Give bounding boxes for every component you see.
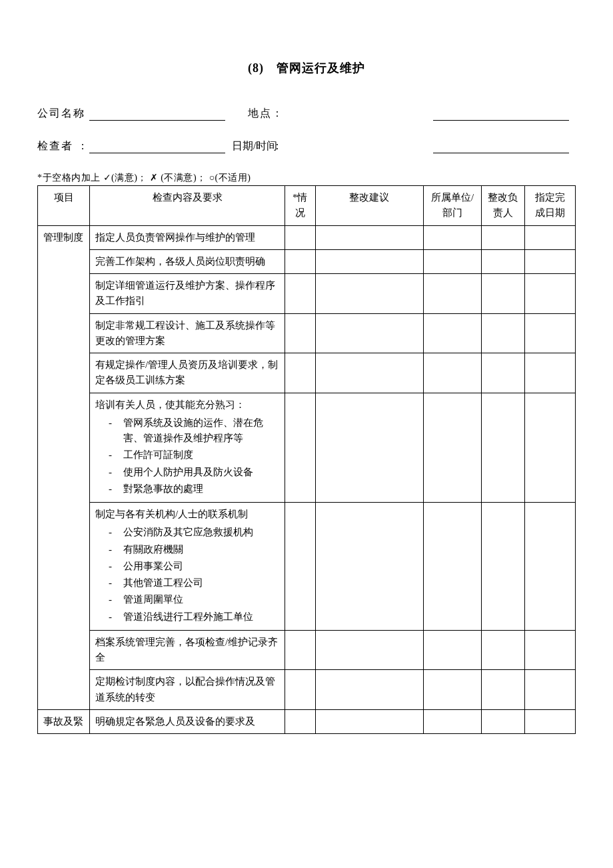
cell-suggestion[interactable] bbox=[315, 353, 424, 393]
cell-owner[interactable] bbox=[481, 274, 524, 314]
cell-owner[interactable] bbox=[481, 393, 524, 503]
cell-status[interactable] bbox=[285, 709, 315, 733]
cell-owner[interactable] bbox=[481, 709, 524, 733]
cell-requirement: 完善工作架构，各级人员岗位职责明确 bbox=[90, 249, 285, 273]
bullet-list: 公安消防及其它应急救援机构有關政府機關公用事業公司其他管道工程公司管道周圍單位管… bbox=[95, 525, 279, 625]
location-input[interactable] bbox=[433, 105, 569, 121]
cell-project: 管理制度 bbox=[38, 225, 90, 709]
cell-suggestion[interactable] bbox=[315, 503, 424, 631]
inspector-input[interactable] bbox=[89, 138, 225, 153]
cell-suggestion[interactable] bbox=[315, 225, 424, 249]
cell-owner[interactable] bbox=[481, 313, 524, 353]
cell-dept[interactable] bbox=[424, 630, 482, 670]
cell-deadline[interactable] bbox=[525, 709, 576, 733]
table-body: 管理制度指定人员负责管网操作与维护的管理完善工作架构，各级人员岗位职责明确制定详… bbox=[38, 225, 576, 734]
cell-deadline[interactable] bbox=[525, 353, 576, 393]
th-status: *情况 bbox=[285, 186, 315, 226]
table-row: 制定与各有关机构/人士的联系机制公安消防及其它应急救援机构有關政府機關公用事業公… bbox=[38, 503, 576, 631]
cell-status[interactable] bbox=[285, 274, 315, 314]
cell-deadline[interactable] bbox=[525, 313, 576, 353]
bullet-item: 工作許可証制度 bbox=[109, 447, 279, 463]
bullet-item: 管道沿线进行工程外施工单位 bbox=[109, 609, 279, 625]
cell-deadline[interactable] bbox=[525, 249, 576, 273]
cell-dept[interactable] bbox=[424, 503, 482, 631]
datetime-label: 日期/时间 bbox=[232, 139, 272, 153]
location-label: 地点 bbox=[232, 107, 272, 121]
cell-suggestion[interactable] bbox=[315, 393, 424, 503]
colon: ： bbox=[272, 139, 421, 153]
th-project: 项目 bbox=[38, 186, 90, 226]
cell-status[interactable] bbox=[285, 313, 315, 353]
colon: ： bbox=[272, 107, 421, 121]
cell-suggestion[interactable] bbox=[315, 630, 424, 670]
page: (8) 管网运行及维护 公司名称 ： 地点 ： 检查者 ： 日期/时间 ： *于… bbox=[0, 0, 613, 868]
cell-requirement: 档案系统管理完善，各项检查/维护记录齐全 bbox=[90, 630, 285, 670]
cell-dept[interactable] bbox=[424, 353, 482, 393]
cell-suggestion[interactable] bbox=[315, 670, 424, 710]
cell-owner[interactable] bbox=[481, 225, 524, 249]
bullet-list: 管网系统及设施的运作、潜在危害、管道操作及维护程序等工作許可証制度使用个人防护用… bbox=[95, 415, 279, 497]
cell-owner[interactable] bbox=[481, 670, 524, 710]
bullet-item: 管道周圍單位 bbox=[109, 592, 279, 607]
cell-status[interactable] bbox=[285, 393, 315, 503]
cell-owner[interactable] bbox=[481, 503, 524, 631]
cell-status[interactable] bbox=[285, 225, 315, 249]
table-row: 管理制度指定人员负责管网操作与维护的管理 bbox=[38, 225, 576, 249]
cell-dept[interactable] bbox=[424, 249, 482, 273]
cell-suggestion[interactable] bbox=[315, 313, 424, 353]
table-row: 制定详细管道运行及维护方案、操作程序及工作指引 bbox=[38, 274, 576, 314]
cell-deadline[interactable] bbox=[525, 274, 576, 314]
inspection-table: 项目 检查内容及要求 *情况 整改建议 所属单位/部门 整改负责人 指定完成日期… bbox=[37, 185, 576, 734]
cell-dept[interactable] bbox=[424, 313, 482, 353]
cell-requirement: 培训有关人员，使其能充分熟习：管网系统及设施的运作、潜在危害、管道操作及维护程序… bbox=[90, 393, 285, 503]
cell-owner[interactable] bbox=[481, 630, 524, 670]
th-deadline: 指定完成日期 bbox=[525, 186, 576, 226]
cell-suggestion[interactable] bbox=[315, 709, 424, 733]
cell-status[interactable] bbox=[285, 670, 315, 710]
table-row: 档案系统管理完善，各项检查/维护记录齐全 bbox=[38, 630, 576, 670]
cell-status[interactable] bbox=[285, 353, 315, 393]
form-header: 公司名称 ： 地点 ： 检查者 ： 日期/时间 ： bbox=[37, 105, 576, 153]
table-header-row: 项目 检查内容及要求 *情况 整改建议 所属单位/部门 整改负责人 指定完成日期 bbox=[38, 186, 576, 226]
cell-status[interactable] bbox=[285, 503, 315, 631]
bullet-item: 使用个人防护用具及防火设备 bbox=[109, 465, 279, 480]
cell-deadline[interactable] bbox=[525, 503, 576, 631]
cell-owner[interactable] bbox=[481, 353, 524, 393]
cell-dept[interactable] bbox=[424, 393, 482, 503]
cell-dept[interactable] bbox=[424, 225, 482, 249]
cell-owner[interactable] bbox=[481, 249, 524, 273]
cell-status[interactable] bbox=[285, 630, 315, 670]
inspector-label: 检查者 bbox=[37, 139, 77, 153]
cell-requirement: 明确規定各緊急人员及设备的要求及 bbox=[90, 709, 285, 733]
company-input[interactable] bbox=[89, 105, 225, 121]
th-dept: 所属单位/部门 bbox=[424, 186, 482, 226]
cell-deadline[interactable] bbox=[525, 670, 576, 710]
cell-suggestion[interactable] bbox=[315, 274, 424, 314]
colon: ： bbox=[77, 107, 83, 121]
table-row: 事故及緊明确規定各緊急人员及设备的要求及 bbox=[38, 709, 576, 733]
colon: ： bbox=[77, 139, 83, 153]
cell-suggestion[interactable] bbox=[315, 249, 424, 273]
bullet-item: 有關政府機關 bbox=[109, 542, 279, 557]
company-label: 公司名称 bbox=[37, 107, 77, 121]
legend-note: *于空格内加上 ✓(满意)； ✗ (不满意)； ○(不适用) bbox=[37, 172, 576, 184]
cell-requirement: 制定详细管道运行及维护方案、操作程序及工作指引 bbox=[90, 274, 285, 314]
table-row: 完善工作架构，各级人员岗位职责明确 bbox=[38, 249, 576, 273]
cell-requirement: 制定与各有关机构/人士的联系机制公安消防及其它应急救援机构有關政府機關公用事業公… bbox=[90, 503, 285, 631]
bullet-item: 對緊急事故的處理 bbox=[109, 481, 279, 497]
cell-dept[interactable] bbox=[424, 274, 482, 314]
datetime-input[interactable] bbox=[433, 138, 569, 153]
th-suggestion: 整改建议 bbox=[315, 186, 424, 226]
cell-dept[interactable] bbox=[424, 670, 482, 710]
cell-requirement: 制定非常规工程设计、施工及系统操作等更改的管理方案 bbox=[90, 313, 285, 353]
cell-dept[interactable] bbox=[424, 709, 482, 733]
cell-requirement: 定期检讨制度内容，以配合操作情况及管道系统的转变 bbox=[90, 670, 285, 710]
cell-deadline[interactable] bbox=[525, 225, 576, 249]
cell-status[interactable] bbox=[285, 249, 315, 273]
th-requirement: 检查内容及要求 bbox=[90, 186, 285, 226]
bullet-item: 其他管道工程公司 bbox=[109, 575, 279, 591]
cell-deadline[interactable] bbox=[525, 630, 576, 670]
cell-deadline[interactable] bbox=[525, 393, 576, 503]
th-owner: 整改负责人 bbox=[481, 186, 524, 226]
bullet-item: 管网系统及设施的运作、潜在危害、管道操作及维护程序等 bbox=[109, 415, 279, 447]
